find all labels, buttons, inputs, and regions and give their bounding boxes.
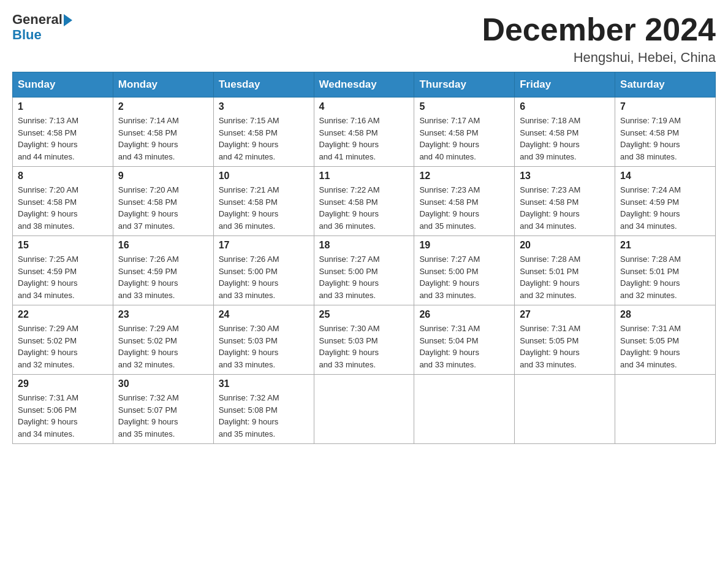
calendar-cell: 14Sunrise: 7:24 AMSunset: 4:59 PMDayligh…	[615, 167, 716, 236]
header-cell-sunday: Sunday	[13, 72, 113, 98]
calendar-body: 1Sunrise: 7:13 AMSunset: 4:58 PMDaylight…	[13, 98, 716, 444]
day-info: Sunrise: 7:32 AMSunset: 5:08 PMDaylight:…	[219, 392, 309, 440]
title-block: December 2024 Hengshui, Hebei, China	[482, 12, 716, 66]
day-number: 10	[219, 170, 309, 182]
header-cell-wednesday: Wednesday	[314, 72, 414, 98]
day-info: Sunrise: 7:22 AMSunset: 4:58 PMDaylight:…	[319, 184, 409, 232]
calendar-cell: 10Sunrise: 7:21 AMSunset: 4:58 PMDayligh…	[213, 167, 314, 236]
calendar-cell: 21Sunrise: 7:28 AMSunset: 5:01 PMDayligh…	[615, 236, 716, 305]
calendar-cell: 22Sunrise: 7:29 AMSunset: 5:02 PMDayligh…	[13, 305, 113, 375]
day-number: 4	[319, 101, 409, 112]
day-info: Sunrise: 7:26 AMSunset: 4:59 PMDaylight:…	[118, 253, 208, 301]
day-number: 3	[219, 101, 309, 112]
calendar-cell: 30Sunrise: 7:32 AMSunset: 5:07 PMDayligh…	[113, 375, 213, 444]
header-cell-saturday: Saturday	[615, 72, 716, 98]
day-number: 11	[319, 170, 409, 182]
calendar-cell: 9Sunrise: 7:20 AMSunset: 4:58 PMDaylight…	[113, 167, 213, 236]
calendar-cell: 4Sunrise: 7:16 AMSunset: 4:58 PMDaylight…	[314, 98, 414, 167]
month-title: December 2024	[482, 12, 716, 47]
day-number: 7	[620, 101, 710, 112]
day-info: Sunrise: 7:30 AMSunset: 5:03 PMDaylight:…	[319, 323, 409, 370]
day-number: 17	[219, 240, 309, 251]
day-info: Sunrise: 7:25 AMSunset: 4:59 PMDaylight:…	[18, 253, 108, 301]
location: Hengshui, Hebei, China	[482, 50, 716, 66]
calendar-header: SundayMondayTuesdayWednesdayThursdayFrid…	[13, 72, 716, 98]
day-info: Sunrise: 7:29 AMSunset: 5:02 PMDaylight:…	[18, 323, 108, 370]
day-number: 24	[219, 309, 309, 320]
calendar-cell	[515, 375, 615, 444]
logo: General Blue	[12, 12, 72, 43]
day-number: 15	[18, 240, 108, 251]
day-number: 16	[118, 240, 208, 251]
day-info: Sunrise: 7:32 AMSunset: 5:07 PMDaylight:…	[118, 392, 208, 440]
day-number: 13	[520, 170, 610, 182]
day-info: Sunrise: 7:23 AMSunset: 4:58 PMDaylight:…	[520, 184, 610, 232]
header-cell-friday: Friday	[515, 72, 615, 98]
calendar-cell: 7Sunrise: 7:19 AMSunset: 4:58 PMDaylight…	[615, 98, 716, 167]
day-info: Sunrise: 7:27 AMSunset: 5:00 PMDaylight:…	[419, 253, 509, 301]
week-row-4: 22Sunrise: 7:29 AMSunset: 5:02 PMDayligh…	[13, 305, 716, 375]
day-info: Sunrise: 7:28 AMSunset: 5:01 PMDaylight:…	[620, 253, 710, 301]
calendar-cell: 8Sunrise: 7:20 AMSunset: 4:58 PMDaylight…	[13, 167, 113, 236]
calendar-cell: 16Sunrise: 7:26 AMSunset: 4:59 PMDayligh…	[113, 236, 213, 305]
header-row: SundayMondayTuesdayWednesdayThursdayFrid…	[13, 72, 716, 98]
calendar-cell	[615, 375, 716, 444]
day-info: Sunrise: 7:30 AMSunset: 5:03 PMDaylight:…	[219, 323, 309, 370]
day-number: 6	[520, 101, 610, 112]
day-info: Sunrise: 7:24 AMSunset: 4:59 PMDaylight:…	[620, 184, 710, 232]
day-info: Sunrise: 7:14 AMSunset: 4:58 PMDaylight:…	[118, 115, 208, 163]
calendar-cell: 18Sunrise: 7:27 AMSunset: 5:00 PMDayligh…	[314, 236, 414, 305]
calendar-cell: 25Sunrise: 7:30 AMSunset: 5:03 PMDayligh…	[314, 305, 414, 375]
day-number: 20	[520, 240, 610, 251]
calendar-cell: 13Sunrise: 7:23 AMSunset: 4:58 PMDayligh…	[515, 167, 615, 236]
header-cell-monday: Monday	[113, 72, 213, 98]
day-number: 25	[319, 309, 409, 320]
calendar-cell: 31Sunrise: 7:32 AMSunset: 5:08 PMDayligh…	[213, 375, 314, 444]
day-info: Sunrise: 7:20 AMSunset: 4:58 PMDaylight:…	[118, 184, 208, 232]
day-info: Sunrise: 7:19 AMSunset: 4:58 PMDaylight:…	[620, 115, 710, 163]
day-number: 22	[18, 309, 108, 320]
calendar-cell: 26Sunrise: 7:31 AMSunset: 5:04 PMDayligh…	[414, 305, 515, 375]
day-number: 31	[219, 378, 309, 389]
day-number: 28	[620, 309, 710, 320]
day-info: Sunrise: 7:31 AMSunset: 5:05 PMDaylight:…	[520, 323, 610, 370]
day-info: Sunrise: 7:18 AMSunset: 4:58 PMDaylight:…	[520, 115, 610, 163]
day-number: 1	[18, 101, 108, 112]
day-info: Sunrise: 7:31 AMSunset: 5:05 PMDaylight:…	[620, 323, 710, 370]
day-info: Sunrise: 7:28 AMSunset: 5:01 PMDaylight:…	[520, 253, 610, 301]
day-number: 8	[18, 170, 108, 182]
day-info: Sunrise: 7:31 AMSunset: 5:06 PMDaylight:…	[18, 392, 108, 440]
day-number: 5	[419, 101, 509, 112]
header-cell-thursday: Thursday	[414, 72, 515, 98]
day-info: Sunrise: 7:21 AMSunset: 4:58 PMDaylight:…	[219, 184, 309, 232]
day-info: Sunrise: 7:29 AMSunset: 5:02 PMDaylight:…	[118, 323, 208, 370]
calendar-cell: 23Sunrise: 7:29 AMSunset: 5:02 PMDayligh…	[113, 305, 213, 375]
logo-line2: Blue	[12, 27, 42, 43]
day-info: Sunrise: 7:27 AMSunset: 5:00 PMDaylight:…	[319, 253, 409, 301]
calendar-cell: 6Sunrise: 7:18 AMSunset: 4:58 PMDaylight…	[515, 98, 615, 167]
calendar-table: SundayMondayTuesdayWednesdayThursdayFrid…	[12, 72, 716, 444]
calendar-cell: 27Sunrise: 7:31 AMSunset: 5:05 PMDayligh…	[515, 305, 615, 375]
week-row-1: 1Sunrise: 7:13 AMSunset: 4:58 PMDaylight…	[13, 98, 716, 167]
day-info: Sunrise: 7:31 AMSunset: 5:04 PMDaylight:…	[419, 323, 509, 370]
calendar-cell: 15Sunrise: 7:25 AMSunset: 4:59 PMDayligh…	[13, 236, 113, 305]
calendar-cell: 3Sunrise: 7:15 AMSunset: 4:58 PMDaylight…	[213, 98, 314, 167]
calendar-cell: 2Sunrise: 7:14 AMSunset: 4:58 PMDaylight…	[113, 98, 213, 167]
day-info: Sunrise: 7:23 AMSunset: 4:58 PMDaylight:…	[419, 184, 509, 232]
calendar-cell	[414, 375, 515, 444]
day-number: 26	[419, 309, 509, 320]
day-info: Sunrise: 7:20 AMSunset: 4:58 PMDaylight:…	[18, 184, 108, 232]
calendar-cell	[314, 375, 414, 444]
week-row-2: 8Sunrise: 7:20 AMSunset: 4:58 PMDaylight…	[13, 167, 716, 236]
calendar-cell: 29Sunrise: 7:31 AMSunset: 5:06 PMDayligh…	[13, 375, 113, 444]
day-info: Sunrise: 7:13 AMSunset: 4:58 PMDaylight:…	[18, 115, 108, 163]
day-number: 27	[520, 309, 610, 320]
header-cell-tuesday: Tuesday	[213, 72, 314, 98]
day-number: 18	[319, 240, 409, 251]
day-number: 30	[118, 378, 208, 389]
page-header: General Blue December 2024 Hengshui, Heb…	[12, 12, 716, 66]
week-row-3: 15Sunrise: 7:25 AMSunset: 4:59 PMDayligh…	[13, 236, 716, 305]
calendar-cell: 17Sunrise: 7:26 AMSunset: 5:00 PMDayligh…	[213, 236, 314, 305]
logo-text: General	[12, 12, 72, 27]
calendar-cell: 1Sunrise: 7:13 AMSunset: 4:58 PMDaylight…	[13, 98, 113, 167]
